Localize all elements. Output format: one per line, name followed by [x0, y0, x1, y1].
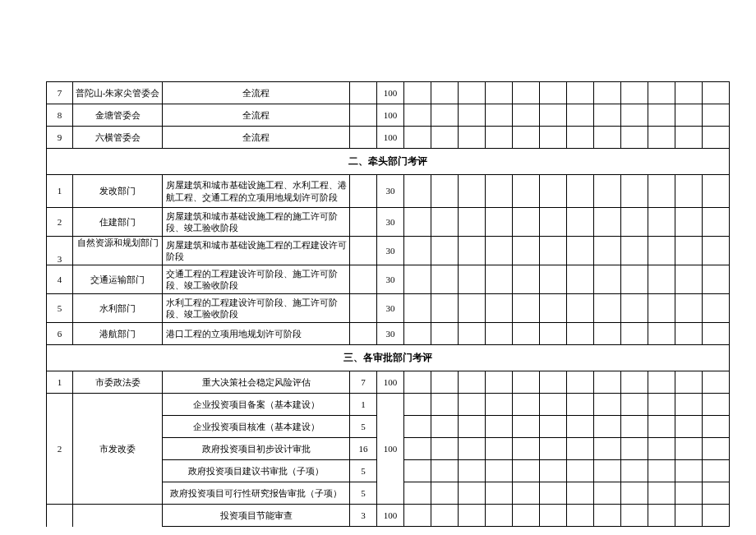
score: 30 — [377, 323, 404, 345]
table-row: 3 自然资源和规划部门 房屋建筑和城市基础设施工程的工程建设许可阶段 30 — [47, 237, 730, 265]
score: 100 — [377, 104, 404, 127]
row-num: 1 — [47, 371, 73, 394]
table-row: 1 发改部门 房屋建筑和城市基础设施工程、水利工程、港航工程、交通工程的立项用地… — [47, 175, 730, 208]
org-name: 交通运输部门 — [73, 265, 163, 294]
section-3-title: 三、各审批部门考评 — [47, 345, 730, 371]
description: 交通工程的工程建设许可阶段、施工许可阶段、竣工验收阶段 — [163, 265, 350, 294]
org-name: 自然资源和规划部门 — [73, 237, 163, 265]
description: 房屋建筑和城市基础设施工程、水利工程、港航工程、交通工程的立项用地规划许可阶段 — [163, 175, 350, 208]
table-row: 7 普陀山-朱家尖管委会 全流程 100 — [47, 82, 730, 104]
description: 企业投资项目核准（基本建设） — [163, 416, 350, 438]
row-num: 2 — [47, 208, 73, 237]
value: 5 — [350, 416, 377, 438]
value: 5 — [350, 482, 377, 505]
process: 全流程 — [163, 82, 350, 104]
description: 政府投资项目建议书审批（子项） — [163, 460, 350, 482]
description: 政府投资项目可行性研究报告审批（子项） — [163, 482, 350, 505]
row-num: 5 — [47, 294, 73, 323]
table-row: 9 六横管委会 全流程 100 — [47, 127, 730, 149]
score: 30 — [377, 208, 404, 237]
row-num: 8 — [47, 104, 73, 127]
org-name: 金塘管委会 — [73, 104, 163, 127]
org-name: 市委政法委 — [73, 371, 163, 394]
description: 投资项目节能审查 — [163, 505, 350, 527]
table-row: 4 交通运输部门 交通工程的工程建设许可阶段、施工许可阶段、竣工验收阶段 30 — [47, 265, 730, 294]
org-name: 普陀山-朱家尖管委会 — [73, 82, 163, 104]
score: 100 — [377, 505, 404, 527]
score: 100 — [377, 82, 404, 104]
org-name: 市发改委 — [73, 394, 163, 505]
org-name: 水利部门 — [73, 294, 163, 323]
section-header-row: 二、牵头部门考评 — [47, 149, 730, 175]
table-row: 5 水利部门 水利工程的工程建设许可阶段、施工许可阶段、竣工验收阶段 30 — [47, 294, 730, 323]
score: 30 — [377, 175, 404, 208]
table-row: 1 市委政法委 重大决策社会稳定风险评估 7 100 — [47, 371, 730, 394]
org-name: 发改部门 — [73, 175, 163, 208]
section-header-row: 三、各审批部门考评 — [47, 345, 730, 371]
process: 全流程 — [163, 104, 350, 127]
score: 100 — [377, 127, 404, 149]
description: 重大决策社会稳定风险评估 — [163, 371, 350, 394]
value: 7 — [350, 371, 377, 394]
value: 1 — [350, 394, 377, 416]
evaluation-table: 7 普陀山-朱家尖管委会 全流程 100 8 金塘管委会 全流程 100 9 六… — [46, 81, 730, 527]
org-name: 港航部门 — [73, 323, 163, 345]
score: 100 — [377, 394, 404, 505]
table-row: 2 住建部门 房屋建筑和城市基础设施工程的施工许可阶段、竣工验收阶段 30 — [47, 208, 730, 237]
value: 5 — [350, 460, 377, 482]
row-num: 4 — [47, 265, 73, 294]
row-num: 1 — [47, 175, 73, 208]
org-name: 住建部门 — [73, 208, 163, 237]
table-row: 8 金塘管委会 全流程 100 — [47, 104, 730, 127]
org-name: 六横管委会 — [73, 127, 163, 149]
section-2-title: 二、牵头部门考评 — [47, 149, 730, 175]
score: 30 — [377, 265, 404, 294]
description: 港口工程的立项用地规划许可阶段 — [163, 323, 350, 345]
score: 30 — [377, 294, 404, 323]
table-row: 6 港航部门 港口工程的立项用地规划许可阶段 30 — [47, 323, 730, 345]
row-num: 6 — [47, 323, 73, 345]
table-row: 投资项目节能审查 3 100 — [47, 505, 730, 527]
score: 30 — [377, 237, 404, 265]
description: 企业投资项目备案（基本建设） — [163, 394, 350, 416]
description: 政府投资项目初步设计审批 — [163, 438, 350, 460]
row-num: 2 — [47, 394, 73, 505]
description: 房屋建筑和城市基础设施工程的工程建设许可阶段 — [163, 237, 350, 265]
cell — [73, 505, 163, 527]
value: 16 — [350, 438, 377, 460]
description: 房屋建筑和城市基础设施工程的施工许可阶段、竣工验收阶段 — [163, 208, 350, 237]
row-num: 7 — [47, 82, 73, 104]
table-row: 2 市发改委 企业投资项目备案（基本建设） 1 100 — [47, 394, 730, 416]
process: 全流程 — [163, 127, 350, 149]
cell — [350, 82, 377, 104]
cell — [47, 505, 73, 527]
value: 3 — [350, 505, 377, 527]
description: 水利工程的工程建设许可阶段、施工许可阶段、竣工验收阶段 — [163, 294, 350, 323]
row-num: 3 — [47, 237, 73, 265]
score: 100 — [377, 371, 404, 394]
row-num: 9 — [47, 127, 73, 149]
